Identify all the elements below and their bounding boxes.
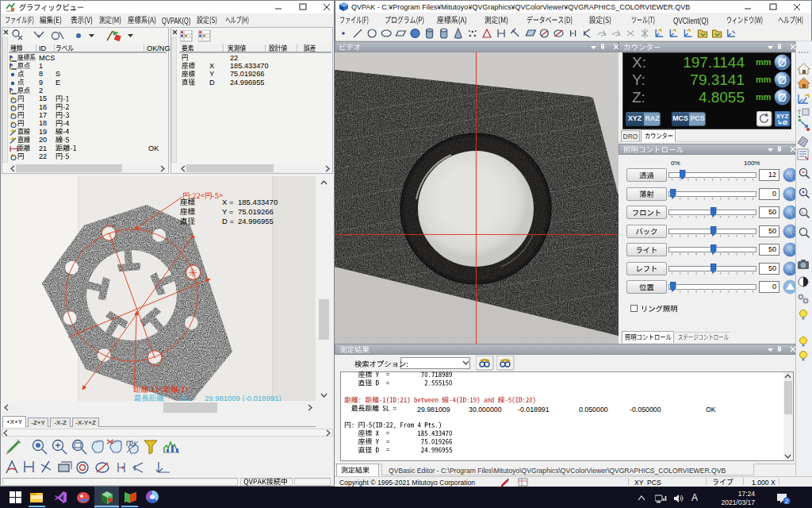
svg-text:2: 2 [785, 498, 788, 504]
svg-text:Ø: Ø [778, 56, 787, 69]
svg-text:24.996955: 24.996955 [238, 217, 274, 225]
svg-text:75.019266: 75.019266 [238, 207, 274, 216]
svg-text:Y =: Y = [222, 207, 234, 216]
svg-text:D =: D = [222, 217, 235, 225]
svg-text:185.433470: 185.433470 [238, 198, 278, 206]
svg-text:Ø: Ø [778, 74, 787, 87]
svg-text:X =: X = [222, 198, 234, 206]
svg-text:Ø: Ø [778, 91, 787, 104]
svg-text:↳Ø: ↳Ø [777, 119, 787, 126]
